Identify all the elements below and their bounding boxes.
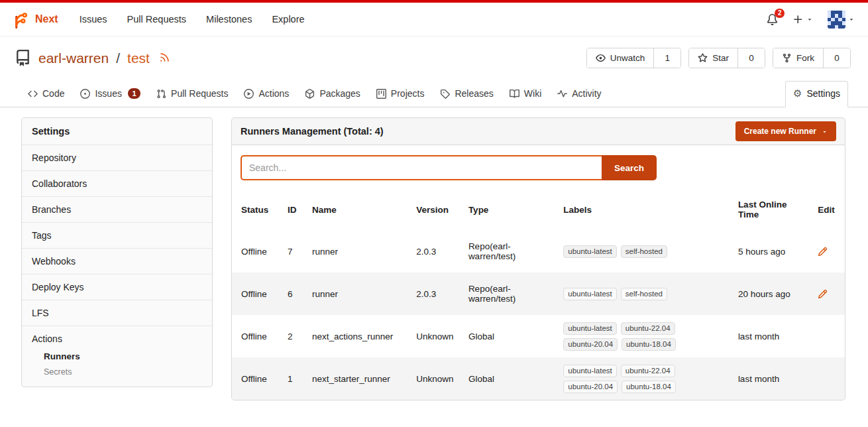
runner-status: Offline bbox=[232, 230, 281, 273]
search-button[interactable]: Search bbox=[602, 155, 657, 180]
tab-issues[interactable]: Issues1 bbox=[72, 81, 148, 107]
runner-version: Unknown bbox=[409, 357, 462, 400]
nav-pull-requests[interactable]: Pull Requests bbox=[127, 14, 186, 25]
chevron-down-icon bbox=[806, 16, 813, 23]
sidebar-item-secrets[interactable]: Secrets bbox=[32, 361, 202, 377]
runners-table: Status ID Name Version Type Labels Last … bbox=[232, 188, 845, 400]
star-label: Star bbox=[712, 53, 729, 63]
runner-type: Global bbox=[462, 357, 557, 400]
repo-title: earl-warren / test bbox=[15, 50, 170, 66]
notification-count-badge: 2 bbox=[775, 9, 785, 18]
tab-settings[interactable]: ⚙Settings bbox=[785, 81, 848, 107]
page-content: Settings Repository Collaborators Branch… bbox=[0, 107, 868, 400]
repo-header: earl-warren / test Unwatch 1 Star 0 Fork… bbox=[0, 36, 868, 77]
runner-type: Repo(earl-warren/test) bbox=[462, 230, 557, 273]
create-menu-button[interactable] bbox=[792, 14, 813, 25]
repo-actions: Unwatch 1 Star 0 Fork 0 bbox=[579, 48, 851, 68]
tab-pull-requests[interactable]: Pull Requests bbox=[148, 81, 236, 107]
runner-last-online: 20 hours ago bbox=[732, 273, 811, 315]
edit-runner-button[interactable] bbox=[818, 288, 828, 298]
sidebar-item-branches[interactable]: Branches bbox=[22, 196, 212, 222]
forks-count[interactable]: 0 bbox=[824, 48, 850, 68]
stars-count[interactable]: 0 bbox=[738, 48, 765, 68]
fork-button-group: Fork 0 bbox=[773, 48, 851, 68]
chevron-down-icon bbox=[822, 129, 828, 135]
nav-issues[interactable]: Issues bbox=[80, 14, 107, 25]
runner-labels: ubuntu-latest self-hosted bbox=[563, 288, 725, 300]
repo-separator: / bbox=[116, 50, 120, 66]
table-row: Offline 2 next_actions_runner Unknown Gl… bbox=[232, 315, 845, 357]
code-icon bbox=[28, 89, 38, 99]
sidebar-item-collaborators[interactable]: Collaborators bbox=[22, 170, 212, 196]
runner-label: self-hosted bbox=[621, 288, 667, 300]
sidebar-group-actions: Actions Runners Secrets bbox=[22, 326, 212, 387]
brand-label: Next bbox=[35, 13, 58, 25]
runner-id: 1 bbox=[281, 357, 305, 400]
sidebar-item-tags[interactable]: Tags bbox=[22, 222, 212, 248]
search-input[interactable] bbox=[241, 155, 602, 180]
panel-title: Runners Management (Total: 4) bbox=[241, 126, 384, 137]
pencil-icon bbox=[818, 247, 828, 257]
runner-label: ubuntu-latest bbox=[563, 365, 617, 377]
navbar-left: Next Issues Pull Requests Milestones Exp… bbox=[11, 9, 325, 29]
tab-activity[interactable]: Activity bbox=[549, 81, 609, 107]
fork-icon bbox=[782, 53, 792, 63]
fork-button[interactable]: Fork bbox=[773, 48, 824, 68]
home-link[interactable]: Next bbox=[11, 9, 58, 29]
sidebar-item-webhooks[interactable]: Webhooks bbox=[22, 248, 212, 274]
sidebar-title: Settings bbox=[22, 118, 212, 145]
rss-feed-button[interactable] bbox=[157, 50, 170, 66]
runner-version: Unknown bbox=[409, 315, 462, 357]
user-menu-button[interactable] bbox=[828, 11, 855, 29]
runner-label: ubuntu-22.04 bbox=[621, 322, 675, 335]
edit-runner-button[interactable] bbox=[818, 246, 828, 256]
tab-projects[interactable]: Projects bbox=[368, 81, 433, 107]
sidebar-item-repository[interactable]: Repository bbox=[22, 145, 212, 170]
sidebar-item-deploy-keys[interactable]: Deploy Keys bbox=[22, 274, 212, 300]
tab-code[interactable]: Code bbox=[20, 81, 72, 107]
runners-panel: Runners Management (Total: 4) Create new… bbox=[231, 117, 845, 400]
repo-owner-link[interactable]: earl-warren bbox=[38, 50, 109, 66]
gear-icon: ⚙ bbox=[793, 89, 802, 99]
table-row: Offline 1 next_starter_runner Unknown Gl… bbox=[232, 357, 845, 400]
package-icon bbox=[305, 89, 315, 99]
runner-name: runner bbox=[305, 273, 409, 315]
runner-id: 7 bbox=[281, 230, 305, 273]
sidebar-item-runners[interactable]: Runners bbox=[32, 344, 202, 361]
runner-label: ubuntu-22.04 bbox=[621, 365, 675, 377]
panel-header: Runners Management (Total: 4) Create new… bbox=[231, 117, 845, 145]
tab-packages[interactable]: Packages bbox=[297, 81, 368, 107]
rss-icon bbox=[159, 52, 170, 63]
tab-wiki[interactable]: Wiki bbox=[502, 81, 549, 107]
sidebar-item-actions[interactable]: Actions bbox=[32, 334, 62, 344]
navbar: Next Issues Pull Requests Milestones Exp… bbox=[0, 3, 868, 36]
unwatch-label: Unwatch bbox=[610, 53, 645, 63]
nav-milestones[interactable]: Milestones bbox=[206, 14, 252, 25]
repo-name-link[interactable]: test bbox=[127, 50, 150, 66]
runner-last-online: last month bbox=[732, 315, 811, 357]
book-icon bbox=[510, 89, 519, 99]
forgejo-logo-icon bbox=[11, 9, 30, 29]
nav-explore[interactable]: Explore bbox=[272, 14, 304, 25]
settings-sidebar: Settings Repository Collaborators Branch… bbox=[21, 117, 213, 387]
table-row: Offline 7 runner 2.0.3 Repo(earl-warren/… bbox=[232, 230, 845, 273]
notifications-button[interactable]: 2 bbox=[767, 14, 778, 25]
search-bar: Search bbox=[241, 155, 657, 180]
runner-label: ubuntu-18.04 bbox=[622, 381, 676, 393]
unwatch-button[interactable]: Unwatch bbox=[587, 48, 655, 68]
runner-label: ubuntu-18.04 bbox=[622, 338, 676, 351]
watchers-count[interactable]: 1 bbox=[654, 48, 680, 68]
tab-releases[interactable]: Releases bbox=[432, 81, 501, 107]
col-id: ID bbox=[281, 188, 305, 230]
fork-label: Fork bbox=[796, 53, 814, 63]
sidebar-item-lfs[interactable]: LFS bbox=[22, 300, 212, 326]
star-button[interactable]: Star bbox=[689, 48, 738, 68]
runner-id: 6 bbox=[281, 273, 305, 315]
tab-actions[interactable]: Actions bbox=[236, 81, 297, 107]
table-header-row: Status ID Name Version Type Labels Last … bbox=[232, 188, 845, 230]
runner-label: ubuntu-latest bbox=[563, 288, 617, 300]
create-runner-button[interactable]: Create new Runner bbox=[735, 121, 836, 141]
repo-tabbar: Code Issues1 Pull Requests Actions Packa… bbox=[0, 77, 868, 107]
play-circle-icon bbox=[244, 89, 254, 99]
runner-labels: ubuntu-latest ubuntu-22.04 ubuntu-20.04 … bbox=[563, 365, 725, 393]
